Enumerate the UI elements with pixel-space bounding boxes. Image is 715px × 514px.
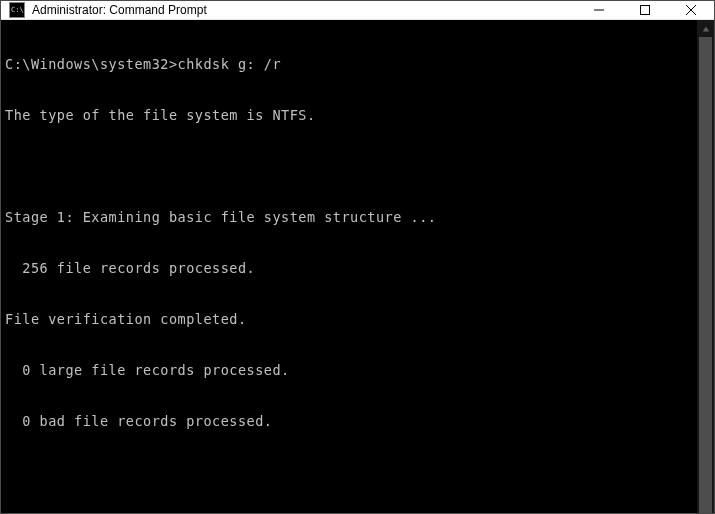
output-line	[5, 464, 693, 481]
output-line	[5, 158, 693, 175]
cmd-icon: C:\	[8, 1, 26, 19]
prompt-line: C:\Windows\system32>chkdsk g: /r	[5, 56, 693, 73]
output-line: Stage 1: Examining basic file system str…	[5, 209, 693, 226]
scrollbar[interactable]	[697, 20, 714, 514]
svg-text:C:\: C:\	[11, 6, 24, 14]
svg-rect-4	[641, 6, 650, 15]
window-title: Administrator: Command Prompt	[32, 3, 576, 17]
output-line: File verification completed.	[5, 311, 693, 328]
output-line: 256 file records processed.	[5, 260, 693, 277]
window-controls	[576, 1, 714, 19]
output-line: 0 large file records processed.	[5, 362, 693, 379]
terminal-content[interactable]: C:\Windows\system32>chkdsk g: /r The typ…	[1, 20, 697, 514]
minimize-button[interactable]	[576, 1, 622, 19]
maximize-button[interactable]	[622, 1, 668, 19]
svg-marker-7	[702, 26, 708, 31]
titlebar: C:\ Administrator: Command Prompt	[1, 1, 714, 20]
scroll-track[interactable]	[697, 37, 714, 514]
terminal: C:\Windows\system32>chkdsk g: /r The typ…	[1, 20, 714, 514]
scroll-up-button[interactable]	[697, 20, 714, 37]
scroll-thumb[interactable]	[699, 37, 712, 514]
output-line: The type of the file system is NTFS.	[5, 107, 693, 124]
output-line: 0 bad file records processed.	[5, 413, 693, 430]
close-button[interactable]	[668, 1, 714, 19]
